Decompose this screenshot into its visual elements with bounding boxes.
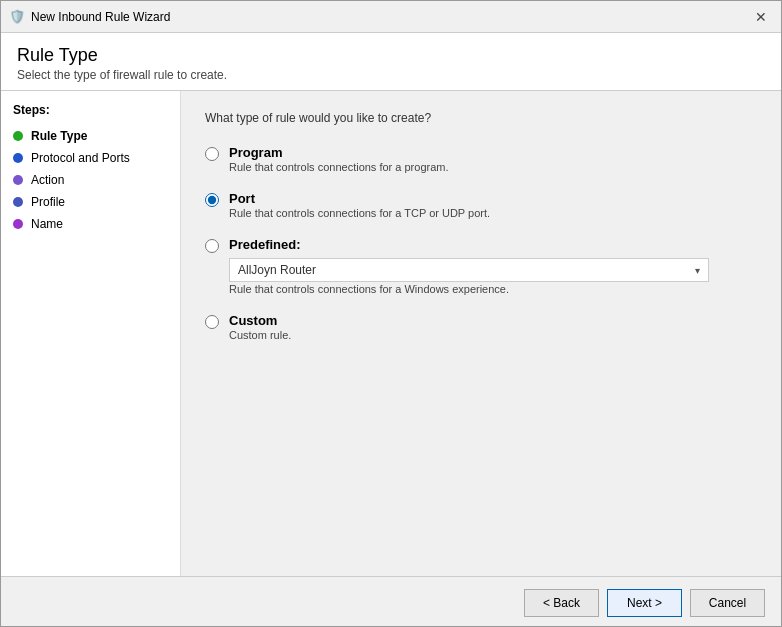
sidebar-item-name[interactable]: Name bbox=[1, 213, 180, 235]
step-dot-profile bbox=[13, 197, 23, 207]
back-button[interactable]: < Back bbox=[524, 589, 599, 617]
content-area: What type of rule would you like to crea… bbox=[181, 91, 781, 576]
title-bar-left: 🛡️ New Inbound Rule Wizard bbox=[9, 9, 170, 25]
sidebar-item-profile[interactable]: Profile bbox=[1, 191, 180, 213]
option-label-custom: Custom bbox=[229, 313, 291, 328]
footer: < Back Next > Cancel bbox=[1, 576, 781, 627]
header: Rule Type Select the type of firewall ru… bbox=[1, 33, 781, 91]
step-dot-rule-type bbox=[13, 131, 23, 141]
page-subtitle: Select the type of firewall rule to crea… bbox=[17, 68, 765, 82]
option-item-port: Port Rule that controls connections for … bbox=[205, 191, 757, 219]
predefined-dropdown-value: AllJoyn Router bbox=[238, 263, 316, 277]
sidebar-item-action[interactable]: Action bbox=[1, 169, 180, 191]
cancel-button[interactable]: Cancel bbox=[690, 589, 765, 617]
radio-custom[interactable] bbox=[205, 315, 219, 329]
step-dot-action bbox=[13, 175, 23, 185]
radio-program[interactable] bbox=[205, 147, 219, 161]
option-item-predefined: Predefined: AllJoyn Router ▾ Rule that c… bbox=[205, 237, 757, 295]
page-title: Rule Type bbox=[17, 45, 765, 66]
close-button[interactable]: ✕ bbox=[749, 5, 773, 29]
step-dot-protocol-and-ports bbox=[13, 153, 23, 163]
option-desc-predefined: Rule that controls connections for a Win… bbox=[229, 283, 709, 295]
step-dot-name bbox=[13, 219, 23, 229]
content-question: What type of rule would you like to crea… bbox=[205, 111, 757, 125]
chevron-down-icon: ▾ bbox=[695, 265, 700, 276]
sidebar-label-name: Name bbox=[31, 217, 63, 231]
title-bar: 🛡️ New Inbound Rule Wizard ✕ bbox=[1, 1, 781, 33]
radio-port[interactable] bbox=[205, 193, 219, 207]
option-content-custom: Custom Custom rule. bbox=[229, 313, 291, 341]
predefined-dropdown[interactable]: AllJoyn Router ▾ bbox=[229, 258, 709, 282]
title-bar-title: New Inbound Rule Wizard bbox=[31, 10, 170, 24]
option-content-predefined: Predefined: AllJoyn Router ▾ Rule that c… bbox=[229, 237, 709, 295]
option-desc-port: Rule that controls connections for a TCP… bbox=[229, 207, 490, 219]
sidebar-item-protocol-and-ports[interactable]: Protocol and Ports bbox=[1, 147, 180, 169]
sidebar-label-rule-type: Rule Type bbox=[31, 129, 87, 143]
sidebar-label-profile: Profile bbox=[31, 195, 65, 209]
option-label-port: Port bbox=[229, 191, 490, 206]
option-content-program: Program Rule that controls connections f… bbox=[229, 145, 449, 173]
radio-predefined[interactable] bbox=[205, 239, 219, 253]
main-layout: Steps: Rule Type Protocol and Ports Acti… bbox=[1, 91, 781, 576]
option-label-predefined: Predefined: bbox=[229, 237, 709, 252]
option-desc-program: Rule that controls connections for a pro… bbox=[229, 161, 449, 173]
option-group: Program Rule that controls connections f… bbox=[205, 145, 757, 341]
sidebar-label-action: Action bbox=[31, 173, 64, 187]
sidebar-item-rule-type[interactable]: Rule Type bbox=[1, 125, 180, 147]
option-item-custom: Custom Custom rule. bbox=[205, 313, 757, 341]
option-desc-custom: Custom rule. bbox=[229, 329, 291, 341]
option-item-program: Program Rule that controls connections f… bbox=[205, 145, 757, 173]
sidebar-label-protocol-and-ports: Protocol and Ports bbox=[31, 151, 130, 165]
option-content-port: Port Rule that controls connections for … bbox=[229, 191, 490, 219]
next-button[interactable]: Next > bbox=[607, 589, 682, 617]
app-icon: 🛡️ bbox=[9, 9, 25, 25]
steps-label: Steps: bbox=[1, 103, 180, 125]
option-label-program: Program bbox=[229, 145, 449, 160]
sidebar: Steps: Rule Type Protocol and Ports Acti… bbox=[1, 91, 181, 576]
